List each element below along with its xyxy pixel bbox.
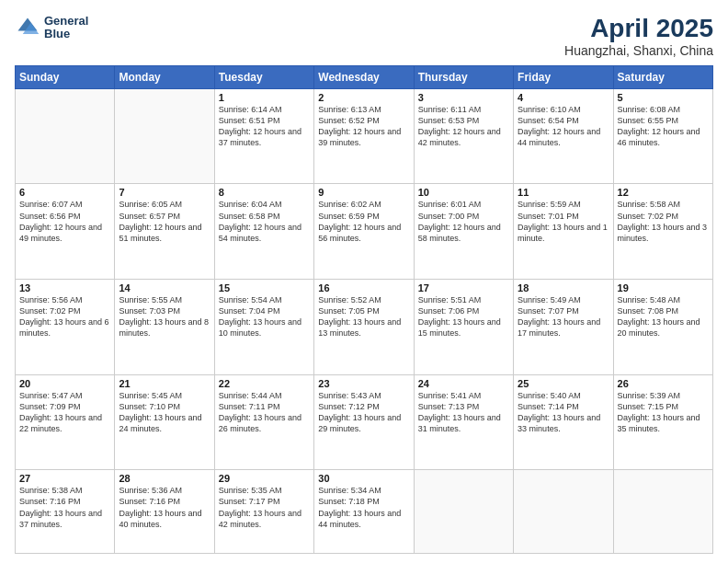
table-row: 2Sunrise: 6:13 AM Sunset: 6:52 PM Daylig… bbox=[314, 88, 414, 184]
header: General Blue April 2025 Huangzhai, Shanx… bbox=[15, 15, 713, 58]
table-row: 6Sunrise: 6:07 AM Sunset: 6:56 PM Daylig… bbox=[16, 184, 115, 280]
title-block: April 2025 Huangzhai, Shanxi, China bbox=[564, 15, 713, 58]
day-number: 2 bbox=[318, 92, 409, 103]
table-row: 8Sunrise: 6:04 AM Sunset: 6:58 PM Daylig… bbox=[214, 184, 313, 280]
table-row: 28Sunrise: 5:36 AM Sunset: 7:16 PM Dayli… bbox=[115, 470, 214, 554]
day-info: Sunrise: 6:02 AM Sunset: 6:59 PM Dayligh… bbox=[318, 199, 409, 244]
table-row: 3Sunrise: 6:11 AM Sunset: 6:53 PM Daylig… bbox=[414, 88, 513, 184]
day-info: Sunrise: 6:08 AM Sunset: 6:55 PM Dayligh… bbox=[618, 104, 709, 149]
day-info: Sunrise: 5:38 AM Sunset: 7:16 PM Dayligh… bbox=[19, 485, 110, 530]
day-info: Sunrise: 5:48 AM Sunset: 7:08 PM Dayligh… bbox=[618, 294, 709, 339]
day-number: 8 bbox=[219, 187, 310, 198]
table-row: 26Sunrise: 5:39 AM Sunset: 7:15 PM Dayli… bbox=[613, 374, 712, 470]
col-sunday: Sunday bbox=[16, 65, 115, 88]
table-row: 24Sunrise: 5:41 AM Sunset: 7:13 PM Dayli… bbox=[414, 374, 513, 470]
table-row bbox=[613, 470, 712, 554]
logo-line1: General bbox=[44, 15, 88, 28]
table-row: 5Sunrise: 6:08 AM Sunset: 6:55 PM Daylig… bbox=[613, 88, 712, 184]
table-row: 7Sunrise: 6:05 AM Sunset: 6:57 PM Daylig… bbox=[115, 184, 214, 280]
day-number: 14 bbox=[119, 282, 210, 293]
table-row: 11Sunrise: 5:59 AM Sunset: 7:01 PM Dayli… bbox=[514, 184, 613, 280]
table-row: 27Sunrise: 5:38 AM Sunset: 7:16 PM Dayli… bbox=[16, 470, 115, 554]
day-info: Sunrise: 5:52 AM Sunset: 7:05 PM Dayligh… bbox=[318, 294, 409, 339]
day-number: 27 bbox=[19, 473, 110, 484]
day-info: Sunrise: 5:43 AM Sunset: 7:12 PM Dayligh… bbox=[318, 390, 409, 435]
day-info: Sunrise: 5:45 AM Sunset: 7:10 PM Dayligh… bbox=[119, 390, 210, 435]
logo-text: General Blue bbox=[44, 15, 88, 41]
col-tuesday: Tuesday bbox=[214, 65, 313, 88]
day-number: 18 bbox=[518, 282, 609, 293]
page: General Blue April 2025 Huangzhai, Shanx… bbox=[0, 0, 728, 563]
day-info: Sunrise: 5:55 AM Sunset: 7:03 PM Dayligh… bbox=[119, 294, 210, 339]
day-number: 23 bbox=[318, 378, 409, 389]
day-info: Sunrise: 5:35 AM Sunset: 7:17 PM Dayligh… bbox=[219, 485, 310, 530]
day-number: 4 bbox=[518, 92, 609, 103]
day-number: 29 bbox=[219, 473, 310, 484]
day-info: Sunrise: 5:36 AM Sunset: 7:16 PM Dayligh… bbox=[119, 485, 210, 530]
day-info: Sunrise: 5:34 AM Sunset: 7:18 PM Dayligh… bbox=[318, 485, 409, 530]
day-number: 20 bbox=[19, 378, 110, 389]
table-row: 4Sunrise: 6:10 AM Sunset: 6:54 PM Daylig… bbox=[514, 88, 613, 184]
day-number: 13 bbox=[19, 282, 110, 293]
day-number: 28 bbox=[119, 473, 210, 484]
calendar-table: Sunday Monday Tuesday Wednesday Thursday… bbox=[15, 65, 713, 554]
day-info: Sunrise: 6:01 AM Sunset: 7:00 PM Dayligh… bbox=[418, 199, 509, 244]
day-info: Sunrise: 6:07 AM Sunset: 6:56 PM Dayligh… bbox=[19, 199, 110, 244]
day-number: 7 bbox=[119, 187, 210, 198]
calendar-header-row: Sunday Monday Tuesday Wednesday Thursday… bbox=[16, 65, 713, 88]
table-row: 21Sunrise: 5:45 AM Sunset: 7:10 PM Dayli… bbox=[115, 374, 214, 470]
day-number: 5 bbox=[618, 92, 709, 103]
table-row: 25Sunrise: 5:40 AM Sunset: 7:14 PM Dayli… bbox=[514, 374, 613, 470]
table-row: 13Sunrise: 5:56 AM Sunset: 7:02 PM Dayli… bbox=[16, 280, 115, 375]
table-row: 22Sunrise: 5:44 AM Sunset: 7:11 PM Dayli… bbox=[214, 374, 313, 470]
day-info: Sunrise: 5:41 AM Sunset: 7:13 PM Dayligh… bbox=[418, 390, 509, 435]
table-row: 29Sunrise: 5:35 AM Sunset: 7:17 PM Dayli… bbox=[214, 470, 313, 554]
day-number: 24 bbox=[418, 378, 509, 389]
logo-line2: Blue bbox=[44, 28, 88, 40]
table-row: 17Sunrise: 5:51 AM Sunset: 7:06 PM Dayli… bbox=[414, 280, 513, 375]
day-info: Sunrise: 6:04 AM Sunset: 6:58 PM Dayligh… bbox=[219, 199, 310, 244]
day-number: 11 bbox=[518, 187, 609, 198]
table-row: 18Sunrise: 5:49 AM Sunset: 7:07 PM Dayli… bbox=[514, 280, 613, 375]
logo-icon bbox=[15, 15, 40, 40]
day-info: Sunrise: 5:59 AM Sunset: 7:01 PM Dayligh… bbox=[518, 199, 609, 244]
day-info: Sunrise: 5:56 AM Sunset: 7:02 PM Dayligh… bbox=[19, 294, 110, 339]
day-number: 25 bbox=[518, 378, 609, 389]
day-info: Sunrise: 6:11 AM Sunset: 6:53 PM Dayligh… bbox=[418, 104, 509, 149]
day-info: Sunrise: 5:51 AM Sunset: 7:06 PM Dayligh… bbox=[418, 294, 509, 339]
day-info: Sunrise: 6:13 AM Sunset: 6:52 PM Dayligh… bbox=[318, 104, 409, 149]
col-thursday: Thursday bbox=[414, 65, 513, 88]
calendar-title: April 2025 bbox=[564, 15, 713, 43]
table-row: 20Sunrise: 5:47 AM Sunset: 7:09 PM Dayli… bbox=[16, 374, 115, 470]
table-row bbox=[514, 470, 613, 554]
table-row: 16Sunrise: 5:52 AM Sunset: 7:05 PM Dayli… bbox=[314, 280, 414, 375]
day-number: 10 bbox=[418, 187, 509, 198]
day-number: 1 bbox=[219, 92, 310, 103]
day-number: 12 bbox=[618, 187, 709, 198]
day-number: 9 bbox=[318, 187, 409, 198]
day-info: Sunrise: 5:49 AM Sunset: 7:07 PM Dayligh… bbox=[518, 294, 609, 339]
table-row: 14Sunrise: 5:55 AM Sunset: 7:03 PM Dayli… bbox=[115, 280, 214, 375]
table-row: 19Sunrise: 5:48 AM Sunset: 7:08 PM Dayli… bbox=[613, 280, 712, 375]
day-info: Sunrise: 5:44 AM Sunset: 7:11 PM Dayligh… bbox=[219, 390, 310, 435]
day-number: 19 bbox=[618, 282, 709, 293]
col-wednesday: Wednesday bbox=[314, 65, 414, 88]
logo: General Blue bbox=[15, 15, 88, 41]
day-info: Sunrise: 5:40 AM Sunset: 7:14 PM Dayligh… bbox=[518, 390, 609, 435]
table-row bbox=[115, 88, 214, 184]
day-info: Sunrise: 6:10 AM Sunset: 6:54 PM Dayligh… bbox=[518, 104, 609, 149]
table-row: 23Sunrise: 5:43 AM Sunset: 7:12 PM Dayli… bbox=[314, 374, 414, 470]
day-info: Sunrise: 6:14 AM Sunset: 6:51 PM Dayligh… bbox=[219, 104, 310, 149]
table-row: 12Sunrise: 5:58 AM Sunset: 7:02 PM Dayli… bbox=[613, 184, 712, 280]
table-row: 9Sunrise: 6:02 AM Sunset: 6:59 PM Daylig… bbox=[314, 184, 414, 280]
table-row: 15Sunrise: 5:54 AM Sunset: 7:04 PM Dayli… bbox=[214, 280, 313, 375]
day-number: 22 bbox=[219, 378, 310, 389]
day-number: 6 bbox=[19, 187, 110, 198]
table-row: 10Sunrise: 6:01 AM Sunset: 7:00 PM Dayli… bbox=[414, 184, 513, 280]
day-info: Sunrise: 5:54 AM Sunset: 7:04 PM Dayligh… bbox=[219, 294, 310, 339]
day-number: 30 bbox=[318, 473, 409, 484]
table-row bbox=[16, 88, 115, 184]
day-info: Sunrise: 6:05 AM Sunset: 6:57 PM Dayligh… bbox=[119, 199, 210, 244]
day-number: 16 bbox=[318, 282, 409, 293]
day-number: 15 bbox=[219, 282, 310, 293]
